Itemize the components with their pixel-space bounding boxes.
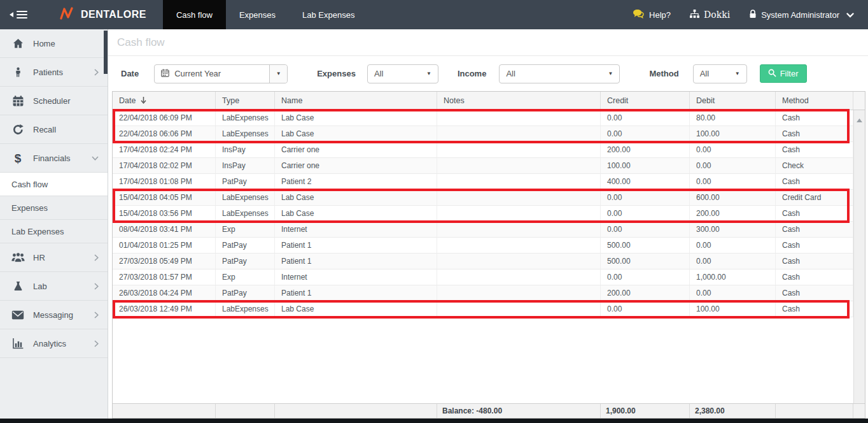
cell-type: LabExpenses bbox=[216, 110, 275, 125]
sidebar-item-financials[interactable]: $Financials bbox=[0, 144, 108, 173]
sitemap-icon bbox=[690, 10, 699, 20]
column-header-credit[interactable]: Credit bbox=[601, 92, 690, 110]
expenses-filter-select[interactable]: All ▼ bbox=[367, 64, 438, 83]
main-layout: HomePatientsSchedulerRecall$FinancialsCa… bbox=[0, 29, 868, 423]
sidebar-item-recall[interactable]: Recall bbox=[0, 115, 108, 144]
cell-notes bbox=[437, 158, 601, 173]
dollar-icon: $ bbox=[10, 152, 25, 164]
cell-method: Cash bbox=[776, 206, 853, 221]
chevron-right-icon bbox=[94, 312, 99, 319]
chevron-right-icon bbox=[94, 254, 99, 261]
practice-menu[interactable]: Dokki bbox=[690, 10, 730, 20]
cell-type: Exp bbox=[216, 269, 275, 285]
filter-bar: Date Current Year ▼ Expenses All ▼ bbox=[108, 56, 868, 91]
date-filter-select[interactable]: Current Year ▼ bbox=[154, 64, 288, 83]
table-row[interactable]: 15/04/2018 03:56 PMLabExpensesLab Case0.… bbox=[113, 206, 853, 222]
sidebar-subitem-label: Cash flow bbox=[11, 180, 48, 189]
cell-type: PatPay bbox=[216, 238, 275, 253]
nav-tab-lab-expenses[interactable]: Lab Expenses bbox=[289, 0, 368, 29]
user-menu[interactable]: System Administrator bbox=[749, 10, 854, 20]
income-filter-value: All bbox=[506, 69, 515, 78]
nav-tabs: Cash flow Expenses Lab Expenses bbox=[163, 0, 368, 29]
sidebar-subitem-expenses[interactable]: Expenses bbox=[0, 196, 108, 220]
sidebar-scrollbar-thumb[interactable] bbox=[104, 31, 108, 74]
sidebar-item-hr[interactable]: HR bbox=[0, 243, 108, 272]
table-row[interactable]: 27/03/2018 01:57 PMExpInternet0.001,000.… bbox=[113, 269, 853, 285]
date-dropdown-arrow-button[interactable]: ▼ bbox=[269, 65, 287, 83]
cell-type: InsPay bbox=[216, 142, 275, 157]
sidebar-item-messaging[interactable]: Messaging bbox=[0, 301, 108, 329]
sidebar-item-scheduler[interactable]: Scheduler bbox=[0, 87, 108, 115]
filter-button[interactable]: Filter bbox=[760, 64, 807, 83]
cell-date: 08/04/2018 03:41 PM bbox=[113, 222, 216, 237]
sidebar-item-label: Financials bbox=[33, 154, 71, 163]
sidebar-item-analytics[interactable]: Analytics bbox=[0, 329, 108, 358]
cell-date: 15/04/2018 04:05 PM bbox=[113, 190, 216, 205]
column-header-date[interactable]: Date bbox=[113, 92, 216, 110]
sidebar-subitem-cash-flow[interactable]: Cash flow bbox=[0, 173, 108, 196]
vertical-scrollbar[interactable] bbox=[853, 110, 865, 403]
column-header-debit[interactable]: Debit bbox=[690, 92, 776, 110]
cell-notes bbox=[437, 269, 601, 285]
footer-scrollbar-stub bbox=[853, 404, 865, 418]
sidebar-item-label: Recall bbox=[33, 125, 56, 134]
column-header-method[interactable]: Method bbox=[776, 92, 853, 110]
table-row[interactable]: 26/03/2018 12:49 PMLabExpensesLab Case0.… bbox=[113, 301, 853, 317]
cell-date: 22/04/2018 06:06 PM bbox=[113, 126, 216, 141]
footer-balance: Balance: -480.00 bbox=[437, 404, 601, 418]
cell-notes bbox=[437, 206, 601, 221]
sidebar-item-label: Lab bbox=[33, 282, 47, 291]
cell-debit: 0.00 bbox=[690, 142, 776, 157]
cell-type: LabExpenses bbox=[216, 126, 275, 141]
cell-method: Credit Card bbox=[776, 190, 853, 205]
chart-icon bbox=[10, 338, 25, 349]
sidebar-item-patients[interactable]: Patients bbox=[0, 58, 108, 87]
scroll-up-icon bbox=[857, 113, 862, 403]
nav-tab-expenses[interactable]: Expenses bbox=[226, 0, 289, 29]
method-filter-select[interactable]: All ▼ bbox=[693, 64, 747, 83]
cell-method: Cash bbox=[776, 285, 853, 301]
income-filter-select[interactable]: All ▼ bbox=[499, 64, 620, 83]
sidebar-subitem-lab-expenses[interactable]: Lab Expenses bbox=[0, 220, 108, 243]
sidebar-subitem-label: Expenses bbox=[11, 203, 48, 213]
table-row[interactable]: 17/04/2018 02:24 PMInsPayCarrier one200.… bbox=[113, 142, 853, 158]
cell-credit: 0.00 bbox=[601, 110, 690, 125]
column-header-notes[interactable]: Notes bbox=[437, 92, 601, 110]
brand-logo[interactable]: DENTALORE bbox=[37, 0, 157, 29]
cell-method: Cash bbox=[776, 254, 853, 269]
table-row[interactable]: 17/04/2018 01:08 PMPatPayPatient 2400.00… bbox=[113, 174, 853, 190]
sidebar-item-home[interactable]: Home bbox=[0, 29, 108, 58]
cell-name: Lab Case bbox=[275, 126, 437, 141]
menu-toggle-button[interactable] bbox=[0, 0, 37, 29]
sidebar-item-label: Patients bbox=[33, 68, 63, 77]
cell-method: Cash bbox=[776, 238, 853, 253]
table-row[interactable]: 15/04/2018 04:05 PMLabExpensesLab Case0.… bbox=[113, 190, 853, 206]
sidebar-item-lab[interactable]: Lab bbox=[0, 272, 108, 301]
cell-notes bbox=[437, 285, 601, 301]
cell-notes bbox=[437, 254, 601, 269]
table-row[interactable]: 08/04/2018 03:41 PMExpInternet0.00300.00… bbox=[113, 222, 853, 238]
column-header-type[interactable]: Type bbox=[216, 92, 275, 110]
cell-date: 26/03/2018 04:24 PM bbox=[113, 285, 216, 301]
people-icon bbox=[10, 252, 25, 263]
sidebar-subitem-label: Lab Expenses bbox=[11, 227, 64, 236]
cell-date: 27/03/2018 05:49 PM bbox=[113, 254, 216, 269]
table-rows: 22/04/2018 06:09 PMLabExpensesLab Case0.… bbox=[113, 110, 865, 317]
practice-name: Dokki bbox=[704, 10, 730, 20]
table-row[interactable]: 22/04/2018 06:09 PMLabExpensesLab Case0.… bbox=[113, 110, 853, 126]
help-button[interactable]: Help? bbox=[633, 9, 671, 20]
table-row[interactable]: 22/04/2018 06:06 PMLabExpensesLab Case0.… bbox=[113, 126, 853, 142]
chevron-down-icon bbox=[92, 156, 99, 161]
column-header-name[interactable]: Name bbox=[275, 92, 437, 110]
cell-date: 15/04/2018 03:56 PM bbox=[113, 206, 216, 221]
cell-credit: 100.00 bbox=[601, 158, 690, 173]
sidebar: HomePatientsSchedulerRecall$FinancialsCa… bbox=[0, 29, 108, 423]
nav-tab-cash-flow[interactable]: Cash flow bbox=[163, 0, 226, 29]
table-row[interactable]: 01/04/2018 01:25 PMPatPayPatient 1500.00… bbox=[113, 238, 853, 254]
table-row[interactable]: 26/03/2018 04:24 PMPatPayPatient 1200.00… bbox=[113, 285, 853, 301]
table-row[interactable]: 17/04/2018 02:02 PMInsPayCarrier one100.… bbox=[113, 158, 853, 174]
cell-type: LabExpenses bbox=[216, 206, 275, 221]
cell-debit: 1,000.00 bbox=[690, 269, 776, 285]
table-row[interactable]: 27/03/2018 05:49 PMPatPayPatient 1500.00… bbox=[113, 254, 853, 269]
cell-date: 17/04/2018 02:02 PM bbox=[113, 158, 216, 173]
